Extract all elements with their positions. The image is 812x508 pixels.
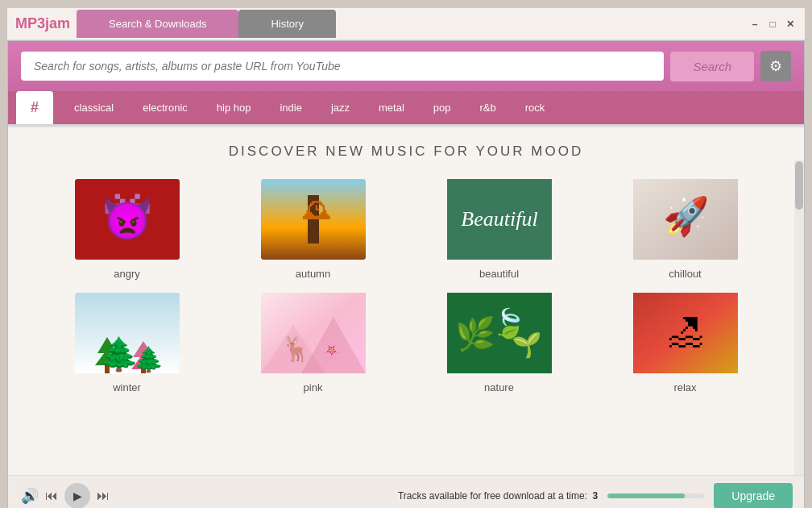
close-button[interactable]: ✕ xyxy=(784,18,797,31)
genre-rock[interactable]: rock xyxy=(511,92,560,123)
tracks-count: 3 xyxy=(593,490,599,502)
svg-text:🚀: 🚀 xyxy=(662,194,709,239)
mood-grid: 👾 angry xyxy=(24,179,788,393)
mood-item-relax[interactable]: 🏖 relax xyxy=(599,293,772,393)
mood-image-chillout: 🚀 xyxy=(633,179,738,260)
genre-hash[interactable]: # xyxy=(16,91,53,124)
mood-image-winter xyxy=(75,293,180,373)
search-input-wrap xyxy=(21,52,664,81)
svg-text:🕰: 🕰 xyxy=(303,193,332,226)
mood-item-nature[interactable]: 🌿 🍃 🌱 nature xyxy=(412,293,586,393)
settings-icon: ⚙ xyxy=(769,57,782,75)
scrollbar-track[interactable] xyxy=(794,160,804,475)
settings-button[interactable]: ⚙ xyxy=(760,51,791,81)
volume-button[interactable]: 🔊 xyxy=(21,487,39,505)
genre-indie[interactable]: indie xyxy=(265,92,316,123)
svg-rect-15 xyxy=(141,368,146,373)
header-area: Search ⚙ # classical electronic hip hop … xyxy=(8,41,804,124)
genre-pop[interactable]: pop xyxy=(419,92,466,123)
mood-image-beautiful: Beautiful xyxy=(447,179,552,260)
search-button[interactable]: Search xyxy=(670,52,754,81)
title-bar-left: MP3jam Search & Downloads History xyxy=(15,10,336,38)
tabs-row: Search & Downloads History xyxy=(77,10,336,38)
app-logo: MP3jam xyxy=(15,15,70,32)
search-row: Search ⚙ xyxy=(8,41,804,91)
tab-history[interactable]: History xyxy=(238,10,335,38)
minimize-button[interactable]: – xyxy=(748,18,761,31)
genre-rnb[interactable]: r&b xyxy=(466,92,511,123)
mood-image-nature: 🌿 🍃 🌱 xyxy=(447,293,552,373)
play-button[interactable]: ▶ xyxy=(64,483,90,509)
mood-label-winter: winter xyxy=(113,381,141,393)
player-bar: 🔊 ⏮ ▶ ⏭ Tracks available for free downlo… xyxy=(8,475,805,508)
mood-item-pink[interactable]: 🦌 🌸 pink xyxy=(226,293,400,393)
upgrade-button[interactable]: Upgrade xyxy=(714,483,793,509)
mood-label-nature: nature xyxy=(484,381,514,393)
mood-label-angry: angry xyxy=(114,268,140,280)
genre-jazz[interactable]: jazz xyxy=(317,92,364,123)
mood-label-chillout: chillout xyxy=(669,268,701,280)
svg-marker-11 xyxy=(97,337,117,353)
discover-title: DISCOVER NEW MUSIC FOR YOUR MOOD xyxy=(24,144,788,160)
player-controls: 🔊 ⏮ ▶ ⏭ xyxy=(21,483,110,509)
mood-image-relax: 🏖 xyxy=(633,293,738,373)
tracks-info: Tracks available for free download at a … xyxy=(398,490,598,502)
svg-text:🏖: 🏖 xyxy=(667,311,704,353)
mood-label-beautiful: beautiful xyxy=(479,268,519,280)
app-window: Search ⚙ # classical electronic hip hop … xyxy=(7,40,805,508)
search-input[interactable] xyxy=(21,52,664,81)
svg-text:🌱: 🌱 xyxy=(512,331,542,360)
next-button[interactable]: ⏭ xyxy=(97,489,110,503)
svg-rect-12 xyxy=(105,364,110,373)
progress-bar-fill xyxy=(607,493,685,498)
tab-search-downloads[interactable]: Search & Downloads xyxy=(77,10,238,38)
svg-text:👾: 👾 xyxy=(102,189,153,238)
mood-image-angry: 👾 xyxy=(75,179,180,260)
title-bar: MP3jam Search & Downloads History – □ ✕ xyxy=(7,8,805,40)
maximize-button[interactable]: □ xyxy=(766,18,779,31)
svg-rect-9 xyxy=(75,293,180,373)
genre-classical[interactable]: classical xyxy=(60,92,128,123)
mood-item-winter[interactable]: winter xyxy=(40,293,213,393)
mood-image-pink: 🦌 🌸 xyxy=(261,293,366,373)
main-content: DISCOVER NEW MUSIC FOR YOUR MOOD 👾 angry xyxy=(8,127,804,440)
genre-electronic[interactable]: electronic xyxy=(128,92,202,123)
prev-button[interactable]: ⏮ xyxy=(45,489,58,503)
mood-image-autumn: 🕰 xyxy=(261,179,366,260)
svg-marker-10 xyxy=(95,349,119,365)
upgrade-section: Tracks available for free download at a … xyxy=(119,483,793,509)
mood-item-angry[interactable]: 👾 angry xyxy=(40,179,213,280)
window-controls: – □ ✕ xyxy=(748,18,797,31)
mood-item-chillout[interactable]: 🚀 chillout xyxy=(599,179,772,280)
scrollbar-thumb[interactable] xyxy=(795,161,803,210)
svg-text:Beautiful: Beautiful xyxy=(461,207,537,231)
svg-text:🌿: 🌿 xyxy=(455,314,495,353)
mood-label-pink: pink xyxy=(304,381,323,393)
genre-nav: # classical electronic hip hop indie jaz… xyxy=(8,91,804,124)
genre-hiphop[interactable]: hip hop xyxy=(202,92,266,123)
mood-item-beautiful[interactable]: Beautiful beautiful xyxy=(412,179,586,280)
mood-label-autumn: autumn xyxy=(296,268,330,280)
mood-item-autumn[interactable]: 🕰 autumn xyxy=(226,179,400,280)
genre-metal[interactable]: metal xyxy=(364,92,419,123)
svg-marker-13 xyxy=(131,353,155,369)
progress-bar xyxy=(607,493,704,498)
mood-label-relax: relax xyxy=(673,381,696,393)
